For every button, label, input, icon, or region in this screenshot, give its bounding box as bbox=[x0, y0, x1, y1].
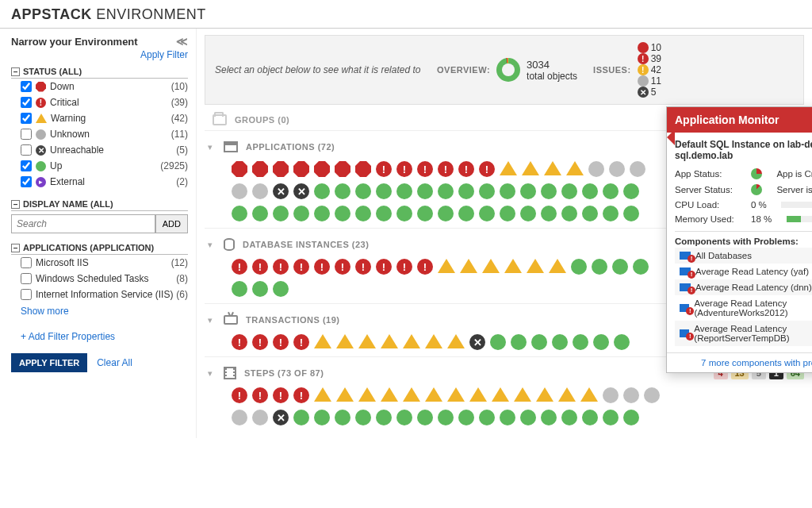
node-critical[interactable]: ! bbox=[232, 259, 247, 275]
node-up[interactable] bbox=[511, 334, 527, 350]
node-unknown[interactable] bbox=[232, 410, 247, 425]
node-unreachable[interactable]: ✕ bbox=[273, 410, 289, 425]
node-up[interactable] bbox=[232, 281, 247, 297]
add-filter-properties-link[interactable]: + Add Filter Properties bbox=[11, 328, 115, 345]
node-warning[interactable] bbox=[558, 387, 576, 402]
node-up[interactable] bbox=[552, 334, 568, 350]
node-up[interactable] bbox=[603, 183, 619, 199]
node-warning[interactable] bbox=[425, 334, 442, 348]
node-warning[interactable] bbox=[358, 334, 376, 348]
node-critical[interactable]: ! bbox=[314, 259, 330, 275]
node-up[interactable] bbox=[500, 410, 515, 425]
node-warning[interactable] bbox=[358, 387, 376, 402]
node-up[interactable] bbox=[500, 183, 515, 199]
node-critical[interactable]: ! bbox=[252, 259, 268, 275]
node-up[interactable] bbox=[593, 334, 609, 350]
node-up[interactable] bbox=[623, 410, 639, 425]
node-up[interactable] bbox=[335, 183, 350, 199]
node-up[interactable] bbox=[633, 259, 649, 275]
apply-filter-button[interactable]: APPLY FILTER bbox=[11, 353, 87, 372]
node-warning[interactable] bbox=[549, 259, 566, 273]
component-problem-row[interactable]: All Databases bbox=[675, 248, 812, 264]
node-critical[interactable]: ! bbox=[417, 161, 433, 177]
node-down[interactable] bbox=[273, 161, 289, 177]
node-up[interactable] bbox=[541, 183, 557, 199]
node-warning[interactable] bbox=[522, 161, 539, 175]
node-up[interactable] bbox=[376, 183, 392, 199]
node-critical[interactable]: ! bbox=[335, 259, 350, 275]
node-up[interactable] bbox=[293, 206, 309, 221]
node-warning[interactable] bbox=[492, 387, 509, 402]
node-warning[interactable] bbox=[544, 161, 561, 175]
node-down[interactable] bbox=[314, 161, 330, 177]
node-up[interactable] bbox=[603, 410, 619, 425]
status-checkbox[interactable] bbox=[21, 113, 32, 124]
app-filter-row[interactable]: Microsoft IIS (12) bbox=[11, 255, 188, 271]
node-up[interactable] bbox=[335, 206, 350, 221]
add-button[interactable]: ADD bbox=[155, 214, 188, 233]
status-checkbox[interactable] bbox=[21, 144, 32, 156]
node-unknown[interactable] bbox=[232, 183, 247, 199]
node-unreachable[interactable]: ✕ bbox=[469, 334, 485, 350]
node-critical[interactable]: ! bbox=[293, 259, 309, 275]
node-warning[interactable] bbox=[447, 334, 465, 348]
node-warning[interactable] bbox=[425, 387, 442, 402]
node-critical[interactable]: ! bbox=[273, 334, 289, 350]
node-warning[interactable] bbox=[460, 259, 477, 273]
status-checkbox[interactable] bbox=[21, 176, 32, 187]
node-up[interactable] bbox=[355, 410, 371, 425]
node-unknown[interactable] bbox=[630, 161, 645, 177]
node-down[interactable] bbox=[252, 161, 268, 177]
node-up[interactable] bbox=[623, 183, 639, 199]
node-critical[interactable]: ! bbox=[293, 387, 309, 403]
apply-filter-link[interactable]: Apply Filter bbox=[11, 49, 188, 60]
component-problem-row[interactable]: Average Read Latency (yaf) bbox=[675, 264, 812, 279]
node-up[interactable] bbox=[396, 183, 412, 199]
component-problem-row[interactable]: Average Read Latency (dnn) bbox=[675, 279, 812, 295]
status-filter-row[interactable]: ✕Unreachable (5) bbox=[11, 142, 188, 158]
node-up[interactable] bbox=[314, 183, 330, 199]
node-up[interactable] bbox=[273, 281, 289, 297]
app-filter-row[interactable]: Internet Information Service (IIS) (6) bbox=[11, 287, 188, 302]
node-up[interactable] bbox=[293, 410, 309, 425]
node-unknown[interactable] bbox=[252, 183, 268, 199]
node-up[interactable] bbox=[458, 410, 474, 425]
node-down[interactable] bbox=[355, 161, 371, 177]
node-critical[interactable]: ! bbox=[252, 334, 268, 350]
node-up[interactable] bbox=[396, 206, 412, 221]
node-warning[interactable] bbox=[566, 161, 584, 175]
node-critical[interactable]: ! bbox=[438, 161, 454, 177]
issue-item[interactable]: !39 bbox=[638, 53, 661, 64]
node-warning[interactable] bbox=[514, 387, 531, 402]
status-filter-row[interactable]: Down (10) bbox=[11, 79, 188, 94]
node-up[interactable] bbox=[438, 183, 454, 199]
node-unknown[interactable] bbox=[609, 161, 625, 177]
node-up[interactable] bbox=[520, 206, 536, 221]
collapse-icon[interactable]: ≪ bbox=[176, 35, 188, 48]
node-warning[interactable] bbox=[500, 161, 517, 175]
node-warning[interactable] bbox=[403, 387, 420, 402]
node-up[interactable] bbox=[417, 206, 433, 221]
node-warning[interactable] bbox=[336, 334, 354, 348]
node-up[interactable] bbox=[438, 206, 454, 221]
node-critical[interactable]: ! bbox=[376, 259, 392, 275]
node-up[interactable] bbox=[417, 183, 433, 199]
status-filter-row[interactable]: Up (2925) bbox=[11, 158, 188, 174]
node-warning[interactable] bbox=[469, 387, 487, 402]
node-critical[interactable]: ! bbox=[396, 161, 412, 177]
status-filter-row[interactable]: !Critical (39) bbox=[11, 94, 188, 110]
node-up[interactable] bbox=[355, 183, 371, 199]
node-critical[interactable]: ! bbox=[273, 259, 289, 275]
status-filter-row[interactable]: Unknown (11) bbox=[11, 126, 188, 142]
node-warning[interactable] bbox=[381, 334, 398, 348]
node-critical[interactable]: ! bbox=[232, 334, 247, 350]
node-up[interactable] bbox=[561, 410, 577, 425]
node-up[interactable] bbox=[252, 206, 268, 221]
search-input[interactable] bbox=[11, 214, 155, 233]
issue-item[interactable]: ✕5 bbox=[638, 87, 661, 98]
node-up[interactable] bbox=[376, 206, 392, 221]
component-problem-row[interactable]: Average Read Latency (AdventureWorks2012… bbox=[675, 295, 812, 321]
node-up[interactable] bbox=[479, 183, 495, 199]
node-unreachable[interactable]: ✕ bbox=[293, 183, 309, 199]
node-up[interactable] bbox=[252, 281, 268, 297]
